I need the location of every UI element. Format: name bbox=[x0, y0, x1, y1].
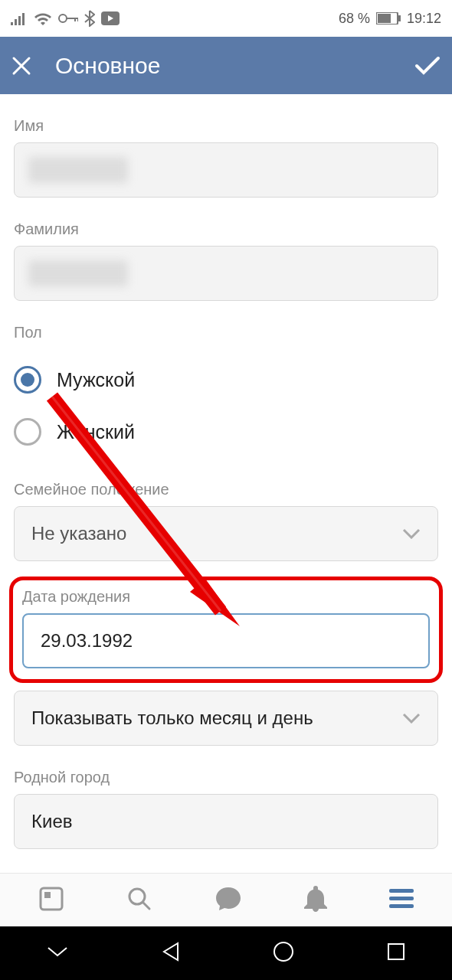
close-button[interactable] bbox=[11, 55, 49, 77]
bluetooth-icon bbox=[84, 10, 95, 27]
svg-rect-10 bbox=[389, 904, 414, 908]
svg-rect-5 bbox=[41, 888, 62, 910]
page-title: Основное bbox=[49, 53, 403, 79]
relationship-label: Семейное положение bbox=[14, 481, 438, 498]
form-area: Имя Фамилия Пол Мужской Женский Семейное… bbox=[0, 117, 452, 849]
messages-icon bbox=[215, 886, 242, 912]
bell-icon bbox=[304, 886, 327, 912]
signal-icon bbox=[11, 11, 28, 25]
svg-point-11 bbox=[274, 942, 293, 961]
checkmark-icon bbox=[414, 55, 441, 77]
nav-home[interactable] bbox=[273, 941, 294, 965]
birthdate-input[interactable]: 29.03.1992 bbox=[22, 613, 430, 668]
status-left bbox=[11, 10, 120, 27]
birthdate-value: 29.03.1992 bbox=[41, 630, 133, 652]
nav-hide-keyboard[interactable] bbox=[47, 945, 68, 962]
wifi-icon bbox=[34, 11, 52, 25]
bottom-tab-bar bbox=[0, 873, 452, 926]
home-circle-icon bbox=[273, 941, 294, 962]
nav-back[interactable] bbox=[161, 942, 179, 965]
close-icon bbox=[11, 55, 32, 77]
tab-feed[interactable] bbox=[38, 886, 64, 915]
tab-search[interactable] bbox=[126, 886, 152, 915]
nav-recent[interactable] bbox=[387, 942, 405, 964]
gender-female-radio[interactable]: Женский bbox=[14, 406, 438, 458]
search-icon bbox=[126, 886, 152, 912]
tab-messages[interactable] bbox=[215, 886, 242, 915]
birthdate-label: Дата рождения bbox=[22, 588, 430, 606]
tab-notifications[interactable] bbox=[304, 886, 327, 915]
radio-checked-icon bbox=[14, 366, 41, 394]
surname-label: Фамилия bbox=[14, 220, 438, 238]
name-input[interactable] bbox=[14, 142, 438, 198]
android-nav-bar bbox=[0, 926, 452, 980]
svg-point-0 bbox=[59, 15, 67, 22]
gender-female-label: Женский bbox=[57, 421, 135, 443]
svg-rect-3 bbox=[378, 14, 391, 23]
svg-rect-9 bbox=[389, 897, 414, 900]
gender-label: Пол bbox=[14, 324, 438, 341]
key-icon bbox=[58, 13, 78, 24]
svg-rect-4 bbox=[398, 15, 401, 21]
menu-icon bbox=[389, 889, 414, 909]
battery-icon bbox=[376, 12, 401, 24]
svg-rect-6 bbox=[44, 892, 51, 898]
battery-percent: 68 % bbox=[339, 11, 370, 27]
back-triangle-icon bbox=[161, 942, 179, 962]
clock-time: 19:12 bbox=[407, 11, 441, 27]
app-header: Основное bbox=[0, 37, 452, 94]
recent-square-icon bbox=[387, 942, 405, 961]
relationship-select[interactable]: Не указано bbox=[14, 506, 438, 561]
android-status-bar: 68 % 19:12 bbox=[0, 0, 452, 37]
svg-rect-12 bbox=[388, 944, 404, 959]
chevron-down-icon bbox=[402, 713, 421, 724]
tab-menu[interactable] bbox=[389, 889, 414, 912]
gender-radio-group: Мужской Женский bbox=[14, 354, 438, 458]
chevron-down-icon bbox=[47, 945, 68, 959]
birthdate-highlight: Дата рождения 29.03.1992 bbox=[9, 577, 443, 683]
youtube-icon bbox=[101, 11, 120, 25]
radio-unchecked-icon bbox=[14, 418, 41, 446]
birthdate-display-select[interactable]: Показывать только месяц и день bbox=[14, 691, 438, 746]
svg-rect-8 bbox=[389, 889, 414, 893]
gender-male-radio[interactable]: Мужской bbox=[14, 354, 438, 406]
relationship-value: Не указано bbox=[31, 523, 126, 544]
hometown-value: Киев bbox=[31, 811, 72, 832]
hometown-label: Родной город bbox=[14, 769, 438, 786]
name-label: Имя bbox=[14, 117, 438, 135]
chevron-down-icon bbox=[402, 528, 421, 539]
feed-icon bbox=[38, 886, 64, 912]
surname-input[interactable] bbox=[14, 246, 438, 301]
hometown-select[interactable]: Киев bbox=[14, 794, 438, 849]
gender-male-label: Мужской bbox=[57, 369, 135, 391]
birthdate-display-value: Показывать только месяц и день bbox=[31, 707, 313, 729]
save-button[interactable] bbox=[403, 55, 441, 77]
status-right: 68 % 19:12 bbox=[339, 11, 441, 27]
